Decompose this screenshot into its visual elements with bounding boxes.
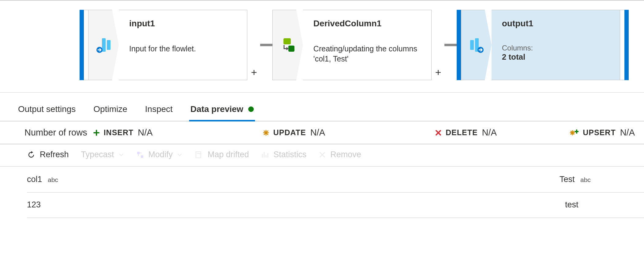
chevron-down-icon	[177, 152, 182, 158]
status-upsert-label: UPSERT	[583, 128, 616, 137]
typecast-label: Typecast	[81, 150, 114, 159]
svg-rect-4	[288, 46, 294, 52]
x-icon	[435, 130, 441, 136]
table-header-row: col1 abc Test abc	[27, 167, 644, 193]
plus-icon	[93, 130, 99, 136]
flow-connector-1	[260, 10, 272, 80]
add-after-derived[interactable]: +	[432, 65, 444, 80]
status-delete-value: N/A	[482, 128, 497, 138]
node-derived-desc: Creating/updating the columns 'col1, Tes…	[313, 44, 422, 64]
svg-rect-3	[283, 38, 291, 44]
node-output1-title: output1	[502, 19, 611, 28]
status-update-label: UPDATE	[273, 128, 306, 137]
preview-toolbar: Refresh Typecast Modify Map drifted Stat…	[0, 144, 644, 167]
refresh-button[interactable]: Refresh	[27, 150, 69, 159]
node-output1[interactable]: output1 Columns: 2 total	[457, 10, 629, 80]
chevron-down-icon	[118, 152, 124, 158]
status-upsert: UPSERT N/A	[570, 128, 635, 138]
status-insert-label: INSERT	[104, 128, 134, 137]
status-update-value: N/A	[310, 128, 325, 138]
map-drifted-label: Map drifted	[208, 150, 249, 159]
modify-button[interactable]: Modify	[136, 150, 183, 159]
asterisk-plus-icon	[570, 129, 578, 136]
svg-rect-8	[137, 152, 140, 154]
modify-icon	[136, 151, 144, 159]
refresh-icon	[27, 150, 36, 159]
column-type-test: abc	[580, 176, 591, 183]
node-derivedcolumn1[interactable]: DerivedColumn1 Creating/updating the col…	[272, 10, 444, 80]
status-insert: INSERT N/A	[93, 128, 153, 138]
status-update: UPDATE N/A	[263, 128, 325, 138]
statistics-label: Statistics	[273, 150, 306, 159]
derived-column-icon	[279, 36, 296, 54]
column-header-test[interactable]: Test	[560, 175, 575, 184]
status-delete-label: DELETE	[446, 128, 478, 137]
output-columns-label: Columns:	[502, 44, 611, 52]
remove-label: Remove	[330, 150, 361, 159]
node-derived-title: DerivedColumn1	[313, 19, 422, 28]
flow-canvas: input1 Input for the flowlet. + Deri	[0, 0, 644, 93]
flowlet-input-icon	[95, 36, 112, 54]
statistics-button[interactable]: Statistics	[261, 150, 306, 159]
refresh-label: Refresh	[40, 150, 69, 159]
map-drifted-icon	[195, 150, 203, 159]
tab-data-preview-label: Data preview	[190, 104, 243, 114]
cell-col1: 123	[27, 200, 560, 210]
statistics-icon	[261, 151, 269, 159]
modify-label: Modify	[148, 150, 173, 159]
column-type-col1: abc	[48, 176, 58, 183]
node-input1-title: input1	[129, 19, 238, 28]
data-preview-status-dot	[248, 106, 254, 112]
tabs: Output settings Optimize Inspect Data pr…	[0, 93, 644, 121]
table-row[interactable]: 123 test	[27, 193, 644, 218]
svg-rect-9	[141, 155, 143, 158]
tab-optimize[interactable]: Optimize	[92, 101, 128, 121]
tab-inspect[interactable]: Inspect	[144, 101, 174, 121]
svg-rect-10	[196, 152, 201, 158]
flowlet-output-icon	[468, 36, 485, 54]
status-delete: DELETE N/A	[435, 128, 497, 138]
tab-output-settings[interactable]: Output settings	[17, 101, 77, 121]
node-input1[interactable]: input1 Input for the flowlet. +	[80, 10, 260, 80]
status-insert-value: N/A	[138, 128, 152, 138]
cell-test: test	[560, 200, 644, 210]
svg-rect-1	[107, 40, 110, 50]
remove-button[interactable]: Remove	[319, 150, 361, 159]
remove-icon	[319, 151, 326, 158]
map-drifted-button[interactable]: Map drifted	[195, 150, 249, 159]
add-after-input1[interactable]: +	[247, 65, 260, 80]
status-upsert-value: N/A	[620, 128, 635, 138]
row-count-label: Number of rows	[24, 128, 87, 138]
asterisk-icon	[263, 130, 269, 136]
output-columns-total: 2 total	[502, 52, 611, 62]
column-header-col1[interactable]: col1	[27, 175, 42, 184]
flow-connector-2	[444, 10, 457, 80]
svg-rect-5	[470, 40, 474, 50]
tab-data-preview[interactable]: Data preview	[189, 101, 255, 121]
status-row: Number of rows INSERT N/A UPDATE N/A DEL…	[0, 121, 644, 144]
node-input1-desc: Input for the flowlet.	[129, 44, 238, 54]
typecast-button[interactable]: Typecast	[81, 150, 124, 159]
preview-table: col1 abc Test abc 123 test	[0, 167, 644, 218]
